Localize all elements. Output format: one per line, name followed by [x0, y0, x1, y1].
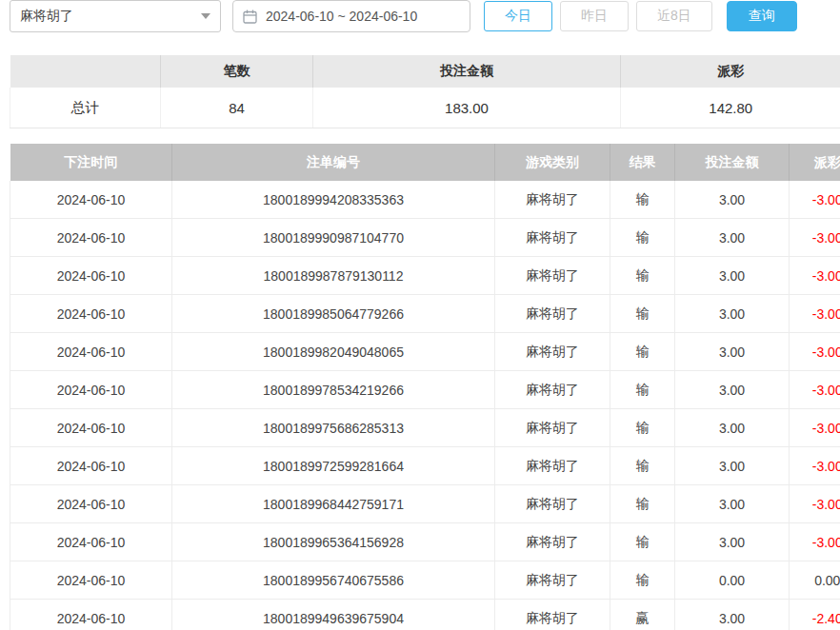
game-select-value: 麻将胡了	[20, 8, 73, 25]
cell-payout: -3.00	[790, 257, 840, 295]
cell-bet-amount: 3.00	[675, 333, 790, 371]
cell-result: 输	[610, 181, 675, 219]
cell-order-number: 1800189990987104770	[172, 219, 495, 257]
cell-result: 输	[610, 485, 675, 523]
cell-bet-amount: 3.00	[675, 409, 790, 447]
yesterday-button[interactable]: 昨日	[560, 1, 629, 31]
date-range-value: 2024-06-10 ~ 2024-06-10	[266, 9, 417, 24]
summary-total-count: 84	[161, 88, 313, 128]
cell-order-number: 1800189965364156928	[172, 523, 495, 561]
cell-payout: -3.00	[790, 371, 840, 409]
cell-bet-time: 2024-06-10	[10, 371, 172, 409]
cell-bet-amount: 3.00	[675, 485, 790, 523]
col-header-result: 结果	[610, 144, 675, 181]
cell-order-number: 1800189949639675904	[172, 600, 495, 630]
table-row: 2024-06-101800189972599281664麻将胡了输3.00-3…	[10, 447, 840, 485]
cell-bet-time: 2024-06-10	[10, 523, 172, 561]
cell-result: 输	[610, 371, 675, 409]
cell-game-type: 麻将胡了	[495, 485, 610, 523]
cell-result: 输	[610, 447, 675, 485]
table-row: 2024-06-101800189968442759171麻将胡了输3.00-3…	[10, 485, 840, 523]
table-row: 2024-06-101800189994208335363麻将胡了输3.00-3…	[10, 181, 840, 219]
summary-header-count: 笔数	[161, 55, 313, 88]
cell-game-type: 麻将胡了	[495, 219, 610, 257]
summary-header-bet-amount: 投注金额	[313, 55, 621, 88]
last8days-button[interactable]: 近8日	[636, 1, 712, 31]
records-table: 下注时间 注单编号 游戏类别 结果 投注金额 派彩 2024-06-101800…	[10, 144, 840, 630]
summary-total-payout: 142.80	[621, 88, 840, 128]
cell-result: 输	[610, 219, 675, 257]
cell-payout: -2.40	[790, 600, 840, 630]
cell-game-type: 麻将胡了	[495, 295, 610, 333]
col-header-order-number: 注单编号	[172, 144, 495, 181]
cell-result: 输	[610, 561, 675, 600]
cell-order-number: 1800189994208335363	[172, 181, 495, 219]
summary-header-row: 笔数 投注金额 派彩	[10, 55, 840, 88]
cell-game-type: 麻将胡了	[495, 181, 610, 219]
cell-order-number: 1800189975686285313	[172, 409, 495, 447]
cell-bet-time: 2024-06-10	[10, 219, 172, 257]
summary-table: 笔数 投注金额 派彩 总计 84 183.00 142.80	[10, 55, 840, 128]
cell-result: 输	[610, 295, 675, 333]
date-range-picker[interactable]: 2024-06-10 ~ 2024-06-10	[232, 0, 470, 32]
col-header-bet-amount: 投注金额	[675, 144, 790, 181]
table-row: 2024-06-101800189949639675904麻将胡了赢3.00-2…	[10, 600, 840, 630]
summary-total-label: 总计	[10, 88, 161, 128]
filter-toolbar: 麻将胡了 2024-06-10 ~ 2024-06-10 今日 昨日 近8日 查…	[10, 1, 840, 31]
cell-bet-amount: 3.00	[675, 181, 790, 219]
cell-payout: -3.00	[790, 295, 840, 333]
calendar-icon	[243, 10, 257, 24]
col-header-bet-time: 下注时间	[10, 144, 172, 181]
cell-bet-time: 2024-06-10	[10, 295, 172, 333]
cell-bet-amount: 3.00	[675, 447, 790, 485]
cell-order-number: 1800189972599281664	[172, 447, 495, 485]
col-header-game-type: 游戏类别	[495, 144, 610, 181]
cell-bet-time: 2024-06-10	[10, 485, 172, 523]
cell-payout: -3.00	[790, 181, 840, 219]
today-button[interactable]: 今日	[484, 1, 552, 31]
cell-bet-amount: 3.00	[675, 257, 790, 295]
table-row: 2024-06-101800189985064779266麻将胡了输3.00-3…	[10, 295, 840, 333]
cell-bet-time: 2024-06-10	[10, 600, 172, 630]
cell-game-type: 麻将胡了	[495, 257, 610, 295]
cell-order-number: 1800189968442759171	[172, 485, 495, 523]
cell-payout: -3.00	[790, 219, 840, 257]
cell-payout: -3.00	[790, 523, 840, 561]
cell-order-number: 1800189985064779266	[172, 295, 495, 333]
cell-bet-amount: 3.00	[675, 371, 790, 409]
cell-bet-amount: 3.00	[675, 523, 790, 561]
cell-payout: -3.00	[790, 485, 840, 523]
cell-result: 输	[610, 333, 675, 371]
query-button[interactable]: 查询	[727, 1, 797, 31]
records-header-row: 下注时间 注单编号 游戏类别 结果 投注金额 派彩	[10, 144, 840, 181]
summary-header-blank	[10, 55, 161, 88]
chevron-down-icon	[201, 13, 210, 19]
cell-bet-time: 2024-06-10	[10, 409, 172, 447]
cell-result: 输	[610, 257, 675, 295]
cell-game-type: 麻将胡了	[495, 523, 610, 561]
table-row: 2024-06-101800189987879130112麻将胡了输3.00-3…	[10, 257, 840, 295]
col-header-payout: 派彩	[790, 144, 840, 181]
cell-order-number: 1800189956740675586	[172, 561, 495, 600]
cell-bet-amount: 3.00	[675, 295, 790, 333]
betting-records-page: 麻将胡了 2024-06-10 ~ 2024-06-10 今日 昨日 近8日 查…	[0, 1, 840, 630]
cell-bet-time: 2024-06-10	[10, 447, 172, 485]
cell-result: 赢	[610, 600, 675, 630]
cell-result: 输	[610, 409, 675, 447]
table-row: 2024-06-101800189965364156928麻将胡了输3.00-3…	[10, 523, 840, 561]
game-select[interactable]: 麻将胡了	[10, 0, 221, 32]
cell-game-type: 麻将胡了	[495, 600, 610, 630]
table-row: 2024-06-101800189990987104770麻将胡了输3.00-3…	[10, 219, 840, 257]
cell-game-type: 麻将胡了	[495, 447, 610, 485]
summary-total-row: 总计 84 183.00 142.80	[10, 88, 840, 128]
cell-bet-time: 2024-06-10	[10, 333, 172, 371]
summary-total-bet: 183.00	[313, 88, 621, 128]
cell-order-number: 1800189982049048065	[172, 333, 495, 371]
cell-bet-amount: 0.00	[675, 561, 790, 600]
table-row: 2024-06-101800189978534219266麻将胡了输3.00-3…	[10, 371, 840, 409]
cell-payout: 0.00	[790, 561, 840, 600]
cell-bet-time: 2024-06-10	[10, 561, 172, 600]
cell-game-type: 麻将胡了	[495, 561, 610, 600]
table-row: 2024-06-101800189956740675586麻将胡了输0.000.…	[10, 561, 840, 600]
cell-bet-time: 2024-06-10	[10, 257, 172, 295]
